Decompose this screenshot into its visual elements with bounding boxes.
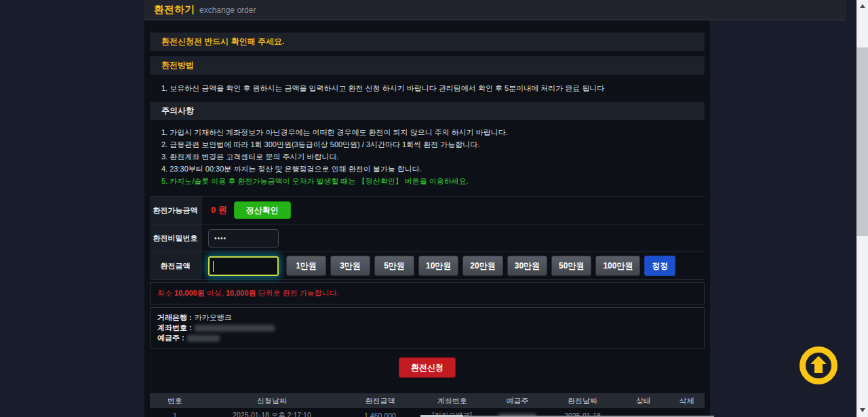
- quick-amount-buttons: 1만원3만원5만원10만원20만원30만원50만원100만원: [286, 256, 640, 276]
- exchange-history-table: 번호신청날짜환전금액계좌번호예금주환전날짜상태삭제 12025-01-18 오후…: [150, 393, 705, 417]
- note-amount: 10,000원: [174, 289, 205, 297]
- exchange-content: 환전신청전 반드시 확인해 주세요. 환전방법 1. 보유하신 금액을 확인 후…: [144, 20, 710, 417]
- caution-list: 1. 가입시 기재하신 계좌정보가 아닌경우에는 어떠한 경우에도 환전이 되지…: [150, 120, 705, 196]
- history-header-cell: 예금주: [488, 393, 547, 408]
- caution-item: 5. 카지노/슬롯 이용 후 환전가능금액이 오차가 발생할 때는 【정산확인】…: [161, 175, 705, 187]
- page-subtitle: exchange order: [199, 5, 256, 15]
- available-amount-value: 0 원: [211, 204, 227, 216]
- account-info-box: 거래은행 : 카카오뱅크 계좌번호 : 예금주 :: [150, 307, 705, 349]
- redacted-account-number: [195, 325, 275, 332]
- caution-item: 1. 가입시 기재하신 계좌정보가 아닌경우에는 어떠한 경우에도 환전이 되지…: [161, 126, 705, 138]
- account-number-line: 계좌번호 :: [157, 323, 704, 333]
- account-number-label: 계좌번호 :: [157, 323, 192, 333]
- up-arrow-icon: [814, 363, 823, 373]
- note-text: 이상,: [205, 289, 226, 297]
- history-header-cell: 계좌번호: [416, 393, 488, 408]
- bank-label: 거래은행 :: [157, 313, 192, 323]
- quick-amount-button[interactable]: 50만원: [551, 256, 591, 276]
- holder-line: 예금주 :: [157, 333, 704, 343]
- quick-amount-button[interactable]: 20만원: [462, 256, 502, 276]
- exchange-amount-row: 환전금액 1만원3만원5만원10만원20만원30만원50만원100만원 정정: [150, 252, 705, 280]
- scrollbar-down-arrow-icon[interactable]: [860, 408, 865, 412]
- history-header-cell: 상태: [618, 393, 669, 408]
- method-section-title: 환전방법: [150, 56, 705, 75]
- history-cell: 1,460,000: [344, 408, 416, 417]
- history-cell: 2025-01-18 오후 2:17:10: [200, 408, 344, 417]
- exchange-password-label: 환전비밀번호: [150, 224, 201, 252]
- available-amount-label: 환전가능금액: [150, 197, 201, 224]
- exchange-amount-label: 환전금액: [150, 252, 201, 279]
- exchange-amount-input[interactable]: [208, 256, 279, 276]
- exchange-form: 환전가능금액 0 원 정산확인 환전비밀번호 환전금액 1만원3만원5만원10만…: [150, 196, 705, 280]
- caution-section-title: 주의사항: [150, 102, 705, 120]
- quick-amount-button[interactable]: 10만원: [418, 256, 458, 276]
- quick-amount-button[interactable]: 5만원: [374, 256, 414, 276]
- caution-item: 2. 금융관련 보안법에 따라 1회 300만원(3등급이상 500만원) / …: [161, 138, 705, 151]
- history-cell: 1: [150, 408, 200, 417]
- caution-item: 4. 23:30부터 00:30분 까지는 정산 및 은행점검으로 인해 환전이…: [161, 163, 705, 175]
- bank-value: 카카오뱅크: [195, 313, 232, 323]
- text-caret: [213, 261, 214, 272]
- holder-label: 예금주 :: [157, 333, 184, 343]
- history-header-cell: 환전날짜: [547, 393, 618, 408]
- confirm-notice-bar: 환전신청전 반드시 확인해 주세요.: [150, 33, 705, 51]
- minimum-exchange-note: 최소 10,000원 이상, 10,000원 단위로 환전 가능합니다.: [150, 282, 705, 304]
- redacted-holder-name: [187, 335, 220, 342]
- quick-amount-button[interactable]: 100만원: [595, 256, 640, 276]
- page-title-bar: 환전하기 exchange order: [144, 0, 846, 20]
- scrollbar-up-arrow-icon[interactable]: [860, 4, 865, 8]
- history-header-cell: 신청날짜: [200, 393, 344, 408]
- quick-amount-button[interactable]: 1만원: [286, 256, 326, 276]
- history-header-cell: 환전금액: [344, 393, 416, 408]
- quick-amount-button[interactable]: 3만원: [330, 256, 370, 276]
- exchange-password-input[interactable]: [208, 229, 279, 247]
- note-text: 단위로 환전 가능합니다.: [256, 289, 339, 297]
- note-amount: 10,000원: [226, 289, 256, 297]
- quick-amount-button[interactable]: 30만원: [507, 256, 547, 276]
- method-text: 1. 보유하신 금액을 확인 후 원하시는 금액을 입력하시고 환전 신청 하시…: [150, 75, 705, 102]
- reset-button[interactable]: 정정: [644, 256, 675, 276]
- vertical-scrollbar[interactable]: [856, 0, 868, 417]
- bank-line: 거래은행 : 카카오뱅크: [157, 313, 704, 323]
- vertical-scrollbar-thumb[interactable]: [856, 47, 868, 236]
- history-header-row: 번호신청날짜환전금액계좌번호예금주환전날짜상태삭제: [150, 393, 705, 408]
- history-header-cell: 번호: [150, 393, 200, 408]
- exchange-apply-button[interactable]: 환전신청: [399, 357, 456, 378]
- available-amount-row: 환전가능금액 0 원 정산확인: [150, 197, 705, 224]
- submit-area: 환전신청: [150, 357, 705, 378]
- note-text: 최소: [157, 289, 174, 297]
- exchange-password-row: 환전비밀번호: [150, 224, 705, 252]
- scroll-to-top-button[interactable]: [800, 346, 837, 384]
- history-header-cell: 삭제: [669, 393, 705, 408]
- caution-item: 3. 환전계좌 변경은 고객센터로 문의 주시기 바랍니다.: [161, 151, 705, 163]
- page-title: 환전하기: [154, 3, 195, 16]
- settlement-check-button[interactable]: 정산확인: [234, 201, 291, 219]
